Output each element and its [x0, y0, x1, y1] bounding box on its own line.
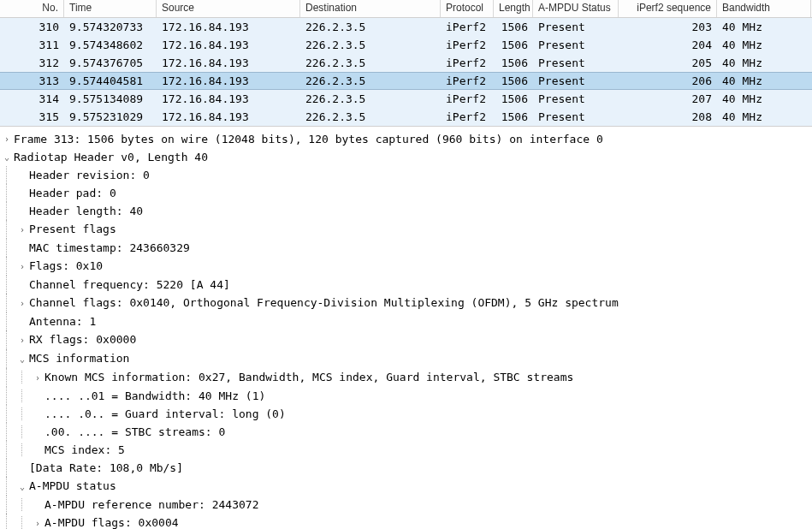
- column-headers: No. Time Source Destination Protocol Len…: [0, 0, 812, 18]
- cell: Present: [533, 91, 619, 107]
- tree-label: Header length: 40: [29, 205, 143, 217]
- chevron-right-icon[interactable]: ›: [33, 514, 43, 529]
- col-time[interactable]: Time: [64, 0, 157, 17]
- cell: 9.574320733: [64, 19, 157, 35]
- tree-label: .00. .... = STBC streams: 0: [44, 425, 225, 438]
- packet-row[interactable]: 3149.575134089172.16.84.193226.2.3.5iPer…: [0, 90, 812, 108]
- chevron-down-icon[interactable]: ⌄: [2, 148, 12, 166]
- cell: 205: [619, 55, 717, 71]
- cell: 315: [0, 109, 64, 125]
- packet-row[interactable]: 3139.574404581172.16.84.193226.2.3.5iPer…: [0, 72, 812, 90]
- tree-row[interactable]: ›Flags: 0x10: [2, 257, 810, 276]
- cell: 1506: [494, 91, 533, 107]
- cell: 206: [619, 73, 717, 89]
- tree-label: RX flags: 0x0000: [29, 333, 136, 346]
- tree-label: Header revision: 0: [29, 169, 150, 181]
- tree-row[interactable]: .00. .... = STBC streams: 0: [2, 423, 810, 441]
- tree-label: [Data Rate: 108,0 Mb/s]: [29, 461, 183, 474]
- tree-row[interactable]: Header revision: 0: [2, 166, 810, 184]
- chevron-right-icon[interactable]: ›: [17, 294, 27, 312]
- chevron-right-icon[interactable]: ›: [17, 221, 27, 239]
- cell: 172.16.84.193: [157, 37, 300, 53]
- tree-row[interactable]: .... ..01 = Bandwidth: 40 MHz (1): [2, 387, 810, 405]
- cell: 1506: [494, 73, 533, 89]
- cell: 226.2.3.5: [300, 55, 441, 71]
- tree-row[interactable]: Header pad: 0: [2, 184, 810, 202]
- packet-row[interactable]: 3129.574376705172.16.84.193226.2.3.5iPer…: [0, 54, 812, 72]
- cell: iPerf2: [441, 19, 494, 35]
- cell: 40 MHz: [717, 73, 811, 89]
- cell: Present: [533, 55, 619, 71]
- cell: 172.16.84.193: [157, 109, 300, 125]
- tree-label: MCS index: 5: [44, 443, 125, 456]
- cell: 226.2.3.5: [300, 19, 441, 35]
- packet-row[interactable]: 3159.575231029172.16.84.193226.2.3.5iPer…: [0, 108, 812, 126]
- col-ampdu-status[interactable]: A-MPDU Status: [533, 0, 619, 17]
- col-length[interactable]: Length: [494, 0, 533, 17]
- cell: 9.574348602: [64, 37, 157, 53]
- cell: 40 MHz: [717, 91, 811, 107]
- tree-label: Present flags: [29, 223, 116, 235]
- tree-row[interactable]: ›RX flags: 0x0000: [2, 330, 810, 349]
- tree-row[interactable]: ›Known MCS information: 0x27, Bandwidth,…: [2, 368, 810, 387]
- tree-row[interactable]: A-MPDU reference number: 2443072: [2, 496, 810, 514]
- cell: 1506: [494, 37, 533, 53]
- tree-row[interactable]: ⌄Radiotap Header v0, Length 40: [2, 148, 810, 166]
- tree-row[interactable]: ›A-MPDU flags: 0x0004: [2, 514, 810, 529]
- cell: 40 MHz: [717, 55, 811, 71]
- tree-row[interactable]: ›Frame 313: 1506 bytes on wire (12048 bi…: [2, 130, 810, 148]
- cell: 226.2.3.5: [300, 91, 441, 107]
- cell: 311: [0, 37, 64, 53]
- chevron-down-icon[interactable]: ⌄: [17, 350, 27, 368]
- col-bandwidth[interactable]: Bandwidth: [717, 0, 811, 17]
- tree-row[interactable]: MAC timestamp: 243660329: [2, 239, 810, 257]
- col-destination[interactable]: Destination: [300, 0, 441, 17]
- tree-row[interactable]: ⌄MCS information: [2, 349, 810, 368]
- cell: 226.2.3.5: [300, 109, 441, 125]
- tree-row[interactable]: Channel frequency: 5220 [A 44]: [2, 276, 810, 294]
- tree-row[interactable]: Antenna: 1: [2, 312, 810, 330]
- cell: 172.16.84.193: [157, 73, 300, 89]
- cell: 172.16.84.193: [157, 55, 300, 71]
- cell: Present: [533, 19, 619, 35]
- tree-row[interactable]: MCS index: 5: [2, 441, 810, 459]
- cell: 9.575134089: [64, 91, 157, 107]
- tree-label: MAC timestamp: 243660329: [29, 241, 190, 254]
- packet-details: ›Frame 313: 1506 bytes on wire (12048 bi…: [0, 127, 812, 529]
- tree-row[interactable]: [Data Rate: 108,0 Mb/s]: [2, 459, 810, 477]
- packet-row[interactable]: 3109.574320733172.16.84.193226.2.3.5iPer…: [0, 18, 812, 36]
- tree-row[interactable]: ›Channel flags: 0x0140, Orthogonal Frequ…: [2, 294, 810, 312]
- cell: iPerf2: [441, 109, 494, 125]
- cell: iPerf2: [441, 73, 494, 89]
- cell: 1506: [494, 109, 533, 125]
- cell: 226.2.3.5: [300, 37, 441, 53]
- chevron-right-icon[interactable]: ›: [17, 331, 27, 349]
- col-source[interactable]: Source: [157, 0, 300, 17]
- cell: 9.575231029: [64, 109, 157, 125]
- cell: iPerf2: [441, 55, 494, 71]
- col-no[interactable]: No.: [0, 0, 64, 17]
- cell: 207: [619, 91, 717, 107]
- chevron-right-icon[interactable]: ›: [17, 258, 27, 276]
- tree-row[interactable]: Header length: 40: [2, 202, 810, 220]
- cell: Present: [533, 73, 619, 89]
- tree-row[interactable]: ›Present flags: [2, 220, 810, 239]
- chevron-right-icon[interactable]: ›: [2, 130, 12, 148]
- cell: iPerf2: [441, 91, 494, 107]
- col-iperf2-sequence[interactable]: iPerf2 sequence: [619, 0, 717, 17]
- cell: Present: [533, 37, 619, 53]
- tree-label: Frame 313: 1506 bytes on wire (12048 bit…: [14, 130, 603, 148]
- cell: 40 MHz: [717, 37, 811, 53]
- packet-rows: 3109.574320733172.16.84.193226.2.3.5iPer…: [0, 18, 812, 126]
- packet-row[interactable]: 3119.574348602172.16.84.193226.2.3.5iPer…: [0, 36, 812, 54]
- tree-label: .... ..01 = Bandwidth: 40 MHz (1): [44, 389, 265, 402]
- chevron-right-icon[interactable]: ›: [33, 369, 43, 387]
- tree-row[interactable]: .... .0.. = Guard interval: long (0): [2, 405, 810, 423]
- tree-label: A-MPDU status: [29, 479, 116, 492]
- cell: 204: [619, 37, 717, 53]
- cell: 310: [0, 19, 64, 35]
- chevron-down-icon[interactable]: ⌄: [17, 478, 27, 496]
- tree-label: Header pad: 0: [29, 187, 116, 199]
- col-protocol[interactable]: Protocol: [441, 0, 494, 17]
- tree-row[interactable]: ⌄A-MPDU status: [2, 477, 810, 496]
